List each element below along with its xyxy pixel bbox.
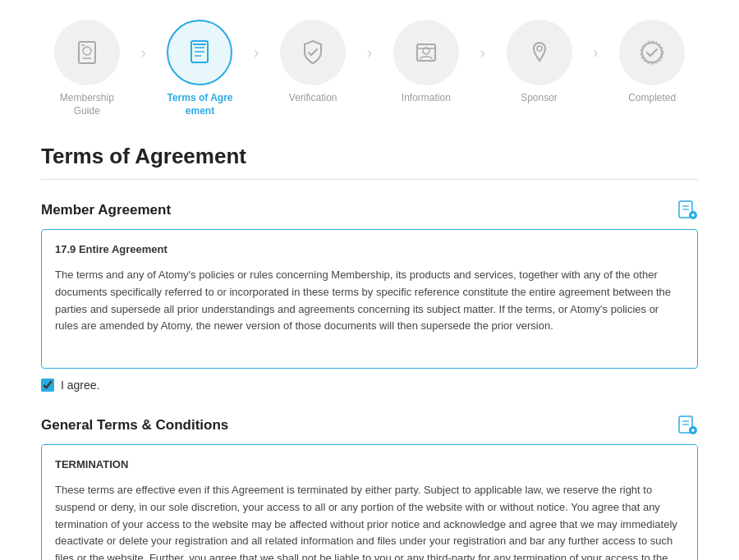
step-label-membership-guide: Membership Guide [50,92,124,117]
svg-point-1 [83,47,91,55]
member-agreement-textbox[interactable]: 17.9 Entire Agreement The terms and any … [41,229,698,369]
step-completed[interactable]: Completed [598,20,706,105]
step-label-terms: Terms of Agre ement [163,92,236,117]
main-content: Terms of Agreement Member Agreement 17.9… [0,131,739,560]
general-terms-icon[interactable] [677,415,698,436]
step-circle-verification [280,20,346,85]
general-terms-body: These terms are effective even if this A… [55,482,684,560]
member-agreement-section: Member Agreement 17.9 Entire Agreement T… [41,200,698,392]
svg-rect-9 [417,44,435,61]
member-agreement-title: Member Agreement [41,202,171,218]
stepper: Membership Guide › Terms of Agre ement ›… [0,0,739,131]
member-agreement-checkbox-row: I agree. [41,379,698,392]
step-circle-membership-guide [54,20,120,85]
step-terms-of-agreement[interactable]: Terms of Agre ement [146,20,255,117]
step-information[interactable]: Information [372,20,480,105]
member-agreement-icon[interactable] [677,200,698,221]
step-circle-sponsor [507,20,572,85]
svg-point-14 [640,41,663,64]
general-terms-title: General Terms & Conditions [41,417,228,434]
step-verification[interactable]: Verification [259,20,367,105]
page-title: Terms of Agreement [41,144,698,180]
member-agreement-checkbox-label: I agree. [61,379,99,392]
svg-point-12 [537,46,542,51]
member-agreement-checkbox[interactable] [41,379,54,392]
member-agreement-box-title: 17.9 Entire Agreement [55,241,684,259]
step-circle-information [393,20,459,85]
step-membership-guide[interactable]: Membership Guide [33,20,141,117]
svg-point-13 [642,43,662,62]
step-label-completed: Completed [628,92,676,105]
general-terms-header: General Terms & Conditions [41,415,698,436]
step-circle-completed [619,20,685,85]
step-sponsor[interactable]: Sponsor [485,20,594,105]
general-terms-section: General Terms & Conditions TERMINATION T… [41,415,698,560]
step-circle-terms [167,20,232,85]
step-label-sponsor: Sponsor [521,92,558,105]
step-label-information: Information [402,92,451,105]
step-label-verification: Verification [289,92,337,105]
general-terms-box-title: TERMINATION [55,457,684,474]
member-agreement-body: The terms and any of Atomy's policies or… [55,267,684,335]
general-terms-textbox[interactable]: TERMINATION These terms are effective ev… [41,444,698,560]
member-agreement-header: Member Agreement [41,200,698,221]
